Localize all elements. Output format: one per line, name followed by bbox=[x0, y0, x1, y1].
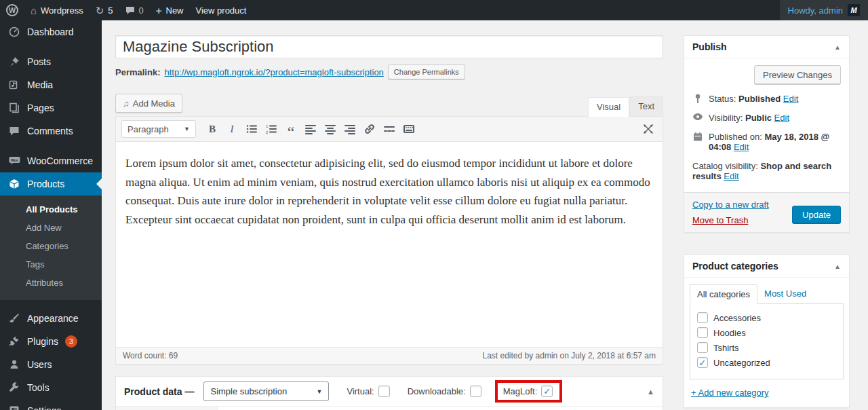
word-count: Word count: 69 bbox=[123, 351, 178, 360]
permalink-label: Permalink: bbox=[115, 67, 160, 77]
category-checkbox[interactable] bbox=[697, 327, 708, 338]
sidebar-item-tools[interactable]: Tools bbox=[0, 376, 102, 399]
link-button[interactable] bbox=[361, 120, 378, 138]
categories-list: Accessories Hoodies Tshirts Uncategorize… bbox=[690, 303, 844, 379]
numbered-list-button[interactable]: 12 bbox=[262, 120, 280, 138]
admin-sidebar: Dashboard Posts Media Pages Comments Woo… bbox=[0, 20, 102, 410]
settings-icon bbox=[8, 405, 20, 410]
sidebar-item-media[interactable]: Media bbox=[0, 73, 102, 96]
magloft-highlight-annotation: MagLoft: bbox=[495, 380, 563, 403]
panel-collapse-icon[interactable]: ▲ bbox=[647, 388, 654, 396]
comments-icon bbox=[8, 125, 20, 137]
sidebar-item-posts[interactable]: Posts bbox=[0, 50, 102, 73]
publish-title: Publish bbox=[692, 41, 727, 52]
account-menu[interactable]: Howdy, admin M bbox=[780, 0, 868, 20]
submenu-tags[interactable]: Tags bbox=[0, 255, 102, 274]
align-left-button[interactable] bbox=[302, 120, 319, 138]
virtual-checkbox[interactable] bbox=[378, 386, 390, 397]
category-item-hoodies[interactable]: Hoodies bbox=[697, 327, 836, 338]
category-checkbox[interactable] bbox=[697, 342, 708, 353]
updates-menu[interactable]: ↻ 5 bbox=[90, 0, 119, 20]
home-icon: ⌂ bbox=[31, 5, 37, 16]
sidebar-item-products[interactable]: Products bbox=[0, 172, 102, 195]
toolbar-toggle-button[interactable] bbox=[400, 120, 418, 138]
product-type-select[interactable]: Simple subscription ▼ bbox=[203, 381, 329, 401]
last-edited: Last edited by admin on July 2, 2018 at … bbox=[483, 351, 656, 360]
product-title-input[interactable] bbox=[115, 35, 663, 58]
move-to-trash-link[interactable]: Move to Trash bbox=[692, 215, 748, 225]
sidebar-item-pages[interactable]: Pages bbox=[0, 96, 102, 119]
tab-text[interactable]: Text bbox=[629, 96, 663, 116]
category-item-tshirts[interactable]: Tshirts bbox=[697, 342, 836, 353]
submenu-all-products[interactable]: All Products bbox=[0, 200, 102, 219]
site-name: Wordpress bbox=[41, 5, 83, 16]
products-submenu: All Products Add New Categories Tags Att… bbox=[0, 195, 102, 300]
sidebar-item-appearance[interactable]: Appearance bbox=[0, 307, 102, 330]
add-media-button[interactable]: ♫ Add Media bbox=[115, 94, 182, 113]
submenu-add-new[interactable]: Add New bbox=[0, 219, 102, 237]
tab-all-categories[interactable]: All categories bbox=[690, 284, 757, 304]
update-button[interactable]: Update bbox=[792, 206, 841, 224]
wrench-icon bbox=[8, 381, 20, 394]
copy-to-new-draft-link[interactable]: Copy to a new draft bbox=[692, 200, 769, 210]
visibility-label: Visibility: bbox=[709, 113, 743, 123]
plugins-update-badge: 3 bbox=[65, 335, 77, 348]
comments-menu[interactable]: 0 bbox=[119, 0, 150, 20]
panel-collapse-icon[interactable]: ▲ bbox=[834, 263, 841, 270]
add-new-category-link[interactable]: + Add new category bbox=[691, 388, 769, 398]
status-edit-link[interactable]: Edit bbox=[783, 94, 798, 104]
sidebar-item-settings[interactable]: Settings bbox=[0, 399, 102, 410]
category-item-uncategorized[interactable]: Uncategorized bbox=[697, 357, 836, 368]
change-permalinks-button[interactable]: Change Permalinks bbox=[388, 64, 465, 79]
catalog-edit-link[interactable]: Edit bbox=[724, 171, 738, 181]
visibility-edit-link[interactable]: Edit bbox=[774, 113, 789, 123]
downloadable-checkbox[interactable] bbox=[470, 386, 481, 397]
paragraph-select[interactable]: Paragraph ▼ bbox=[121, 120, 196, 138]
sidebar-item-dashboard[interactable]: Dashboard bbox=[0, 20, 102, 43]
magloft-checkbox[interactable] bbox=[541, 386, 553, 397]
sidebar-item-comments[interactable]: Comments bbox=[0, 119, 102, 143]
svg-text:Woo: Woo bbox=[11, 158, 18, 162]
product-data-panel: Product data — Simple subscription ▼ Vir… bbox=[115, 376, 663, 410]
bullet-list-button[interactable] bbox=[243, 120, 260, 138]
sidebar-item-woocommerce[interactable]: Woo WooCommerce bbox=[0, 149, 102, 172]
permalink-url[interactable]: http://wp.magloft.ngrok.io/?product=magl… bbox=[164, 67, 383, 77]
category-item-accessories[interactable]: Accessories bbox=[697, 312, 836, 323]
fullscreen-icon[interactable] bbox=[639, 120, 657, 138]
category-checkbox[interactable] bbox=[697, 357, 708, 368]
bold-button[interactable]: B bbox=[203, 120, 221, 138]
submenu-categories[interactable]: Categories bbox=[0, 237, 102, 255]
product-categories-panel: Product categories ▲ All categories Most… bbox=[684, 255, 850, 408]
categories-panel-header[interactable]: Product categories ▲ bbox=[684, 255, 849, 278]
panel-collapse-icon[interactable]: ▲ bbox=[834, 43, 841, 51]
align-right-button[interactable] bbox=[341, 120, 359, 138]
published-edit-link[interactable]: Edit bbox=[734, 142, 749, 152]
comments-count: 0 bbox=[139, 5, 144, 16]
dashboard-icon bbox=[8, 26, 20, 38]
wp-logo-menu[interactable]: W bbox=[0, 0, 24, 20]
permalink-row: Permalink: http://wp.magloft.ngrok.io/?p… bbox=[115, 64, 663, 79]
editor-content-area[interactable]: Lorem ipsum dolor sit amet, consectetur … bbox=[116, 142, 663, 347]
publish-panel-header[interactable]: Publish ▲ bbox=[684, 36, 849, 58]
preview-changes-button[interactable]: Preview Changes bbox=[754, 65, 841, 84]
media-icon bbox=[8, 79, 20, 91]
pages-icon bbox=[8, 102, 20, 114]
product-data-tabs-column bbox=[116, 407, 218, 410]
view-product-link[interactable]: View product bbox=[190, 0, 253, 20]
category-checkbox[interactable] bbox=[697, 312, 708, 323]
blockquote-button[interactable]: “ bbox=[282, 120, 300, 138]
user-icon bbox=[8, 358, 20, 371]
plugin-icon bbox=[8, 335, 20, 348]
align-center-button[interactable] bbox=[321, 120, 339, 138]
tab-most-used[interactable]: Most Used bbox=[757, 284, 813, 303]
sidebar-item-plugins[interactable]: Plugins 3 bbox=[0, 330, 102, 353]
visibility-eye-icon bbox=[692, 113, 703, 121]
new-menu[interactable]: + New bbox=[150, 0, 190, 20]
sidebar-item-users[interactable]: Users bbox=[0, 353, 102, 376]
tab-visual[interactable]: Visual bbox=[588, 97, 629, 117]
italic-button[interactable]: I bbox=[223, 120, 241, 138]
read-more-button[interactable] bbox=[380, 120, 398, 138]
submenu-attributes[interactable]: Attributes bbox=[0, 274, 102, 292]
site-menu[interactable]: ⌂ Wordpress bbox=[24, 0, 90, 20]
published-label: Published on: bbox=[709, 132, 762, 142]
